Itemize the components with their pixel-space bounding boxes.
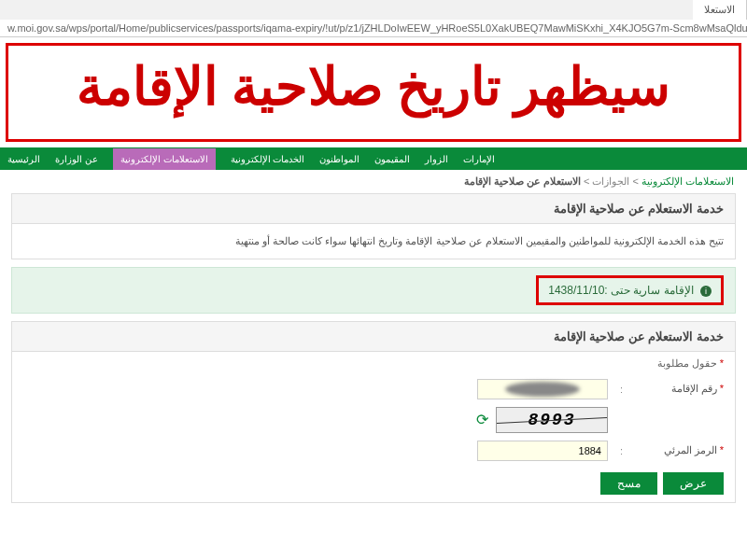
submit-button[interactable]: عرض <box>663 472 724 495</box>
captcha-code-input[interactable] <box>477 441 608 461</box>
service-title: خدمة الاستعلام عن صلاحية الإقامة <box>12 194 735 224</box>
iqama-number-input[interactable] <box>477 379 608 399</box>
nav-item[interactable]: الرئيسية <box>7 154 40 164</box>
query-form: خدمة الاستعلام عن صلاحية الإقامة * حقول … <box>11 321 736 503</box>
captcha-image: 8993 <box>496 407 608 433</box>
main-nav: الإمارات الزوار المقيمون المواطنون الخدم… <box>0 147 747 170</box>
breadcrumb: الاستعلامات الإلكترونية > الجوازات > الا… <box>0 170 747 193</box>
nav-item[interactable]: المقيمون <box>374 154 410 164</box>
result-text: الإقامة سارية حتى :1438/11/10 <box>548 284 693 297</box>
iqama-number-label: * رقم الإقامة <box>630 383 724 395</box>
breadcrumb-mid[interactable]: الجوازات <box>592 175 629 187</box>
service-description: تتيح هذه الخدمة الإلكترونية للمواطنين وا… <box>12 224 735 259</box>
nav-item[interactable]: الخدمات الإلكترونية <box>231 154 305 164</box>
annotation-banner: سيظهر تاريخ صلاحية الإقامة <box>6 43 741 142</box>
nav-item[interactable]: المواطنون <box>319 154 359 164</box>
info-icon: i <box>700 286 712 297</box>
breadcrumb-current: الاستعلام عن صلاحية الإقامة <box>464 175 581 187</box>
service-info-box: خدمة الاستعلام عن صلاحية الإقامة تتيح هذ… <box>11 193 736 259</box>
annotation-text: سيظهر تاريخ صلاحية الإقامة <box>18 61 729 113</box>
nav-item[interactable]: الإمارات <box>463 154 495 164</box>
result-highlight: i الإقامة سارية حتى :1438/11/10 <box>536 275 724 305</box>
captcha-code-label: * الرمز المرئي <box>630 444 724 456</box>
result-alert: i الإقامة سارية حتى :1438/11/10 <box>11 267 736 314</box>
breadcrumb-root[interactable]: الاستعلامات الإلكترونية <box>641 175 734 187</box>
url-bar[interactable]: w.moi.gov.sa/wps/portal/Home/publicservi… <box>0 20 747 36</box>
clear-button[interactable]: مسح <box>600 472 657 495</box>
nav-item-active[interactable]: الاستعلامات الإلكترونية <box>113 148 216 170</box>
browser-chrome: الاستعلا w.moi.gov.sa/wps/portal/Home/pu… <box>0 0 747 37</box>
refresh-captcha-icon[interactable]: ⟳ <box>476 411 488 428</box>
form-title: خدمة الاستعلام عن صلاحية الإقامة <box>12 322 735 352</box>
redacted-value <box>505 382 580 397</box>
nav-item[interactable]: الزوار <box>425 154 448 164</box>
nav-item[interactable]: عن الوزارة <box>55 154 98 164</box>
required-fields-note: * حقول مطلوبة <box>12 352 735 375</box>
browser-tab[interactable]: الاستعلا <box>693 0 747 20</box>
